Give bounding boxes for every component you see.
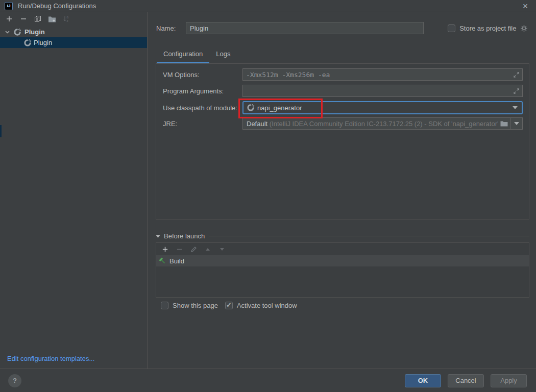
program-arguments-input[interactable] xyxy=(246,87,510,95)
help-button[interactable]: ? xyxy=(8,374,21,387)
store-as-project-file-checkbox[interactable] xyxy=(448,24,455,32)
remove-task-icon[interactable] xyxy=(175,245,183,253)
program-arguments-field[interactable] xyxy=(242,85,523,97)
activate-tool-window-label: Activate tool window xyxy=(237,302,297,309)
apply-button[interactable]: Apply xyxy=(491,374,527,387)
configurations-sidebar: az Plugin Plugin xyxy=(0,12,148,369)
gear-icon[interactable] xyxy=(520,24,528,32)
vm-options-input[interactable] xyxy=(246,71,510,79)
classpath-module-label: Use classpath of module: xyxy=(163,104,242,112)
vm-options-label: VM Options: xyxy=(163,71,242,79)
before-launch-item-label: Build xyxy=(169,257,184,265)
name-label: Name: xyxy=(156,24,180,32)
action-buttons: OK Cancel Apply xyxy=(405,374,527,387)
expand-field-icon[interactable] xyxy=(514,88,519,94)
move-down-icon[interactable] xyxy=(218,245,226,253)
classpath-module-value: napi_generator xyxy=(257,104,302,112)
dialog-body: az Plugin Plugin xyxy=(0,12,536,369)
hammer-icon xyxy=(159,257,166,265)
sort-configurations-icon[interactable]: az xyxy=(62,15,70,23)
plugin-icon xyxy=(247,104,255,112)
window-title: Run/Debug Configurations xyxy=(18,2,96,10)
tab-configuration[interactable]: Configuration xyxy=(157,50,209,63)
divider xyxy=(209,236,529,236)
name-input[interactable] xyxy=(186,22,424,34)
remove-configuration-icon[interactable] xyxy=(19,15,28,23)
activate-tool-window-checkbox[interactable] xyxy=(225,302,233,309)
tree-item-label: Plugin xyxy=(34,39,52,46)
copy-configuration-icon[interactable] xyxy=(34,15,42,23)
before-launch-title: Before launch xyxy=(164,232,205,240)
jre-combobox[interactable]: Default (IntelliJ IDEA Community Edition… xyxy=(242,117,523,130)
vm-options-field[interactable] xyxy=(242,68,523,81)
tab-logs[interactable]: Logs xyxy=(209,50,237,63)
jre-label: JRE: xyxy=(163,120,242,128)
plugin-icon xyxy=(13,28,21,36)
collapse-arrow-icon[interactable] xyxy=(156,235,160,238)
new-folder-icon[interactable] xyxy=(48,15,56,23)
tree-item-plugin-group[interactable]: Plugin xyxy=(0,27,147,37)
tree-item-plugin-config[interactable]: Plugin xyxy=(0,37,147,48)
add-configuration-icon[interactable] xyxy=(5,15,13,23)
jre-dropdown-arrow-icon[interactable] xyxy=(510,118,522,129)
store-as-project-file-label: Store as project file xyxy=(459,24,516,32)
intellij-logo-icon: IJ xyxy=(5,2,13,10)
show-this-page-checkbox[interactable] xyxy=(161,302,168,309)
configuration-form: Name: Store as project file Configuratio… xyxy=(148,12,536,369)
show-this-page-label: Show this page xyxy=(173,302,218,309)
jre-row: JRE: Default (IntelliJ IDEA Community Ed… xyxy=(163,117,523,130)
jre-value: Default (IntelliJ IDEA Community Edition… xyxy=(247,120,498,128)
page-options-row: Show this page Activate tool window xyxy=(161,302,536,309)
vm-options-row: VM Options: xyxy=(163,68,523,81)
tree-item-label: Plugin xyxy=(25,28,45,36)
title-bar: IJ Run/Debug Configurations × xyxy=(0,0,536,12)
dropdown-arrow-icon[interactable] xyxy=(513,106,518,109)
folder-icon[interactable] xyxy=(500,120,508,127)
configuration-tab-panel: VM Options: Program Arguments: xyxy=(156,63,529,219)
classpath-module-row: Use classpath of module: napi_generator xyxy=(163,101,523,114)
svg-text:z: z xyxy=(67,19,68,22)
add-task-icon[interactable] xyxy=(161,245,169,253)
run-debug-configurations-dialog: IJ Run/Debug Configurations × az xyxy=(0,0,536,392)
classpath-module-combobox[interactable]: napi_generator xyxy=(242,101,523,114)
plugin-icon xyxy=(23,39,32,47)
before-launch-toolbar xyxy=(156,243,529,255)
ok-button[interactable]: OK xyxy=(405,374,441,387)
move-up-icon[interactable] xyxy=(204,245,212,253)
svg-text:a: a xyxy=(67,15,69,19)
before-launch-box: Build xyxy=(156,242,529,298)
dialog-footer: ? OK Cancel Apply xyxy=(0,369,536,392)
name-row: Name: Store as project file xyxy=(156,22,528,34)
edit-task-icon[interactable] xyxy=(189,245,198,253)
configurations-tree: Plugin Plugin xyxy=(0,27,147,48)
before-launch-header: Before launch xyxy=(156,232,529,240)
program-arguments-row: Program Arguments: xyxy=(163,85,523,97)
chevron-down-icon[interactable] xyxy=(5,29,10,35)
cancel-button[interactable]: Cancel xyxy=(448,374,484,387)
close-icon[interactable]: × xyxy=(519,2,532,11)
program-arguments-label: Program Arguments: xyxy=(163,87,242,95)
before-launch-item-build[interactable]: Build xyxy=(156,255,529,266)
left-edge-marker xyxy=(0,125,2,137)
expand-field-icon[interactable] xyxy=(514,72,519,78)
edit-templates-link[interactable]: Edit configuration templates... xyxy=(7,355,94,362)
sidebar-toolbar: az xyxy=(0,12,147,26)
config-tabs: Configuration Logs xyxy=(157,50,536,63)
store-as-project-file-group: Store as project file xyxy=(448,24,528,32)
